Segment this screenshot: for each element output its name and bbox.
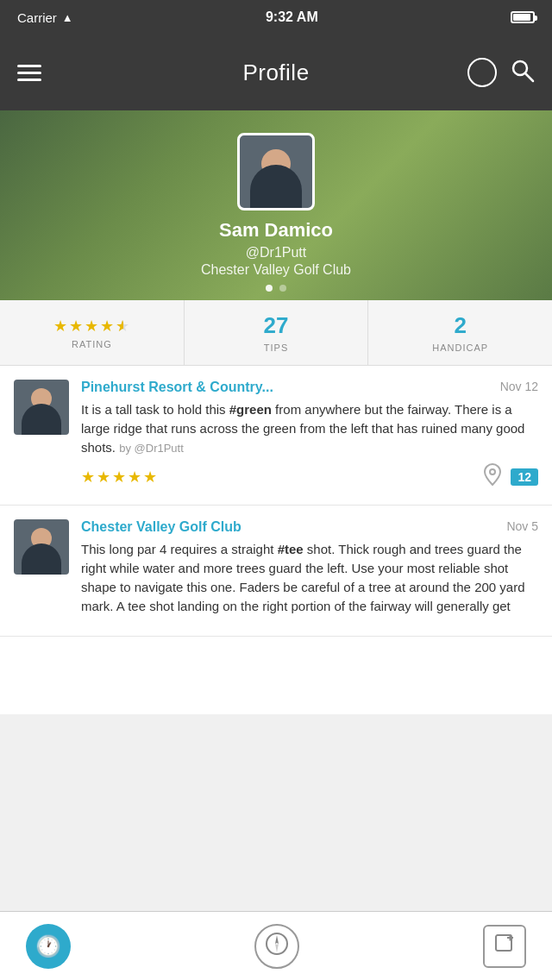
nav-left	[17, 65, 104, 81]
tip-avatar-1	[14, 380, 69, 435]
stat-rating: ★ ★ ★ ★ ★ ★ RATING	[0, 300, 185, 365]
tip-date-1: Nov 12	[500, 380, 538, 393]
star-4: ★	[100, 317, 114, 336]
handicap-value: 2	[454, 312, 466, 339]
hole-badge-1: 12	[511, 468, 538, 486]
tab-explore-button[interactable]	[254, 924, 299, 969]
rating-label: RATING	[72, 339, 112, 349]
tip-course-1[interactable]: Pinehurst Resort & Country...	[81, 380, 493, 395]
star-1: ★	[53, 317, 67, 336]
tip-author-1: by @Dr1Putt	[119, 442, 184, 455]
profile-handle: @Dr1Putt	[246, 245, 306, 261]
tip-text-1: It is a tall task to hold this #green fr…	[81, 400, 538, 456]
compass-icon	[265, 932, 289, 961]
carrier-text: Carrier	[17, 10, 57, 25]
page-dots	[266, 285, 286, 292]
tip-content-1: Pinehurst Resort & Country... Nov 12 It …	[81, 380, 538, 491]
star-3: ★	[85, 317, 98, 336]
tip-text-before-1: It is a tall task to hold this	[81, 402, 229, 417]
clock-icon: 🕐	[35, 934, 61, 958]
tab-feed-button[interactable]: 🕐	[26, 924, 71, 969]
chat-icon[interactable]	[467, 58, 497, 87]
battery-icon	[511, 11, 535, 23]
tip-avatar-2	[14, 519, 69, 575]
tip-header-2: Chester Valley Golf Club Nov 5	[81, 519, 538, 535]
tip-text-before-2: This long par 4 requires a straight	[81, 542, 278, 556]
svg-marker-4	[275, 935, 279, 944]
tips-value: 27	[264, 312, 289, 339]
carrier-info: Carrier ▲	[17, 10, 73, 25]
tip-actions-1: 12	[483, 463, 538, 491]
stat-tips: 27 TIPS	[185, 300, 369, 365]
svg-line-1	[525, 73, 533, 81]
compose-icon	[494, 933, 515, 958]
tab-bar: 🕐	[0, 911, 552, 980]
stats-row: ★ ★ ★ ★ ★ ★ RATING 27 TIPS 2 HANDICAP	[0, 300, 552, 366]
profile-avatar	[237, 133, 315, 210]
stat-handicap: 2 HANDICAP	[368, 300, 552, 365]
profile-banner: Sam Damico @Dr1Putt Chester Valley Golf …	[0, 110, 552, 300]
page-title: Profile	[242, 60, 309, 86]
tip-text-2: This long par 4 requires a straight #tee…	[81, 540, 538, 615]
status-bar: Carrier ▲ 9:32 AM	[0, 0, 552, 35]
dot-2[interactable]	[279, 285, 286, 292]
star-2: ★	[69, 317, 83, 336]
nav-bar: Profile	[0, 35, 552, 110]
tip-header-1: Pinehurst Resort & Country... Nov 12	[81, 380, 538, 395]
tips-feed: Pinehurst Resort & Country... Nov 12 It …	[0, 366, 552, 714]
wifi-icon: ▲	[62, 11, 73, 24]
profile-name: Sam Damico	[219, 219, 333, 242]
nav-right	[448, 58, 535, 87]
tip-content-2: Chester Valley Golf Club Nov 5 This long…	[81, 519, 538, 622]
tips-label: TIPS	[264, 342, 288, 353]
tip-date-2: Nov 5	[506, 519, 538, 533]
battery-indicator	[511, 11, 535, 23]
tip-item-2: Chester Valley Golf Club Nov 5 This long…	[0, 506, 552, 637]
tip-hashtag-1: #green	[229, 402, 272, 417]
location-icon-1[interactable]	[483, 463, 502, 491]
search-icon[interactable]	[511, 59, 535, 86]
rating-stars: ★ ★ ★ ★ ★ ★	[53, 317, 129, 336]
status-time: 9:32 AM	[266, 9, 318, 25]
dot-1[interactable]	[266, 285, 273, 292]
compose-button[interactable]	[483, 925, 526, 968]
tip-hashtag-2: #tee	[278, 542, 304, 556]
handicap-label: HANDICAP	[432, 342, 488, 353]
profile-club: Chester Valley Golf Club	[201, 262, 351, 278]
tip-stars-1: ★ ★ ★ ★ ★	[81, 468, 157, 487]
svg-marker-5	[275, 944, 279, 952]
svg-point-2	[490, 469, 495, 474]
tip-item: Pinehurst Resort & Country... Nov 12 It …	[0, 366, 552, 506]
star-5-half: ★ ★	[116, 317, 129, 336]
tip-course-2[interactable]: Chester Valley Golf Club	[81, 519, 499, 535]
menu-button[interactable]	[17, 65, 41, 81]
tip-footer-1: ★ ★ ★ ★ ★ 12	[81, 463, 538, 491]
